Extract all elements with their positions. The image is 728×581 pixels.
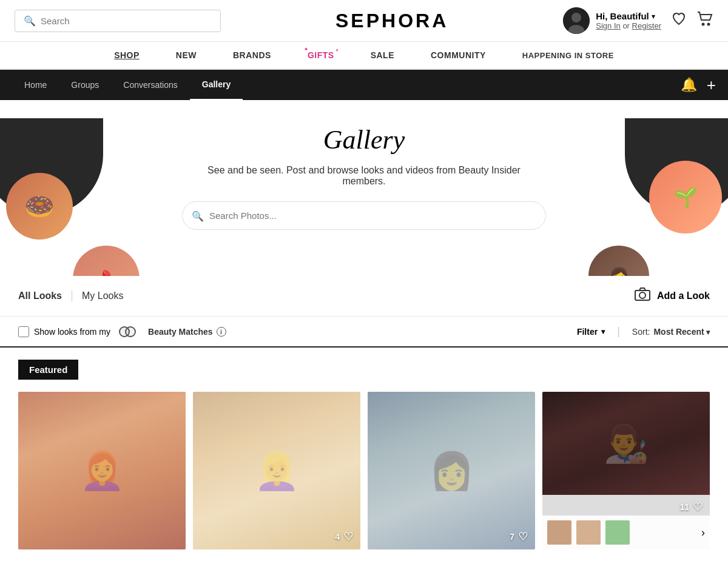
beauty-matches-icon <box>119 326 136 337</box>
nav-sale[interactable]: SALE <box>371 50 394 60</box>
gallery-hero: 🍩 💄 🌱 👩 Gallery See and be seen. Post an… <box>0 100 728 276</box>
gallery-subtitle: See and be seen. Post and browse looks a… <box>194 165 534 187</box>
comm-gallery[interactable]: Gallery <box>190 70 243 100</box>
nav-happening[interactable]: HAPPENING IN STORE <box>522 51 614 60</box>
sign-in-text: Sign In or Register <box>596 21 661 30</box>
looks-left: All Looks My Looks <box>18 290 123 302</box>
camera-icon <box>634 287 651 305</box>
add-look-label: Add a Look <box>657 290 710 301</box>
sort-value: Most Recent <box>653 327 710 337</box>
beauty-matches-info-icon[interactable]: i <box>217 327 226 337</box>
show-looks-checkbox-wrap: Show looks from my <box>18 326 110 337</box>
product-thumb <box>547 520 571 545</box>
search-box[interactable]: 🔍 <box>15 10 221 32</box>
nav-community[interactable]: COMMUNITY <box>431 50 486 60</box>
tab-divider <box>72 290 72 302</box>
heart-icon: ♡ <box>518 530 528 543</box>
sign-in-link[interactable]: Sign In <box>596 21 620 30</box>
gallery-card[interactable]: 👩‍🦰 <box>18 392 186 549</box>
top-bar: 🔍 SEPHORA Hi, Beautiful ▾ Sign In or Reg… <box>0 0 728 42</box>
gallery-grid: 👩‍🦰 👱‍♀️ 4 ♡ 👩 7 ♡ 👨‍ <box>18 392 710 549</box>
beauty-matches-label: Beauty Matches <box>148 327 213 337</box>
user-greeting: Hi, Beautiful <box>596 11 649 21</box>
sort-label: Sort: <box>632 327 650 337</box>
gallery-card[interactable]: 👩 7 ♡ <box>368 392 535 549</box>
card-products: › <box>542 516 710 549</box>
svg-point-6 <box>639 292 645 298</box>
nav-gifts[interactable]: GIFTS <box>308 50 334 60</box>
user-info: Hi, Beautiful ▾ Sign In or Register <box>596 11 661 30</box>
filter-button[interactable]: Filter <box>577 327 605 337</box>
gallery-card[interactable]: 👱‍♀️ 4 ♡ <box>193 392 360 549</box>
product-thumb <box>605 520 630 545</box>
cart-button[interactable] <box>696 11 713 30</box>
product-thumb <box>576 520 601 545</box>
beauty-matches-badge: Beauty Matches i <box>119 326 226 337</box>
card-like-count: 4 ♡ <box>335 530 353 543</box>
gallery-search-icon: 🔍 <box>192 210 204 221</box>
avatar <box>563 7 590 34</box>
filter-sort-divider: | <box>617 325 620 338</box>
nav-brands[interactable]: BRANDS <box>233 50 271 60</box>
gallery-title: Gallery <box>12 124 716 155</box>
show-looks-checkbox[interactable] <box>18 326 29 337</box>
search-input[interactable] <box>41 16 212 26</box>
products-next-button[interactable]: › <box>701 526 705 539</box>
filter-label: Filter <box>577 327 598 337</box>
filter-row: Show looks from my Beauty Matches i Filt… <box>0 317 728 348</box>
looks-tabs: All Looks My Looks Add a Look <box>0 276 728 317</box>
wishlist-button[interactable] <box>671 12 687 30</box>
heart-icon: ♡ <box>343 530 353 543</box>
svg-point-3 <box>702 24 704 25</box>
comm-home[interactable]: Home <box>12 70 59 99</box>
show-looks-label: Show looks from my <box>34 327 110 337</box>
svg-point-1 <box>571 13 581 22</box>
like-number: 11 <box>679 502 689 512</box>
community-nav: Home Groups Conversations Gallery <box>12 70 681 100</box>
register-link[interactable]: Register <box>632 21 661 30</box>
sort-button[interactable]: Sort: Most Recent <box>632 327 710 337</box>
filter-right: Filter | Sort: Most Recent <box>577 325 710 338</box>
add-look-button[interactable]: Add a Look <box>634 287 710 305</box>
community-bar-right: 🔔 + <box>681 76 716 95</box>
nav-new[interactable]: NEW <box>176 50 197 60</box>
comm-conversations[interactable]: Conversations <box>111 70 190 99</box>
svg-point-4 <box>707 24 709 25</box>
notification-bell-button[interactable]: 🔔 <box>681 77 697 93</box>
dropdown-arrow-icon: ▾ <box>652 12 655 21</box>
comm-groups[interactable]: Groups <box>59 70 111 99</box>
gallery-search-container: 🔍 <box>182 201 546 230</box>
all-looks-tab[interactable]: All Looks <box>18 290 62 301</box>
nav-shop[interactable]: SHOP <box>114 50 140 60</box>
gallery-search-input[interactable] <box>182 201 546 230</box>
like-number: 4 <box>335 532 340 542</box>
gallery-card[interactable]: 👨‍🎨 11 ♡ › <box>542 392 710 549</box>
heart-icon: ♡ <box>693 500 703 514</box>
my-looks-tab[interactable]: My Looks <box>82 290 123 301</box>
filter-left: Show looks from my Beauty Matches i <box>18 326 226 337</box>
card-like-count: 7 ♡ <box>510 530 528 543</box>
like-number: 7 <box>510 532 514 542</box>
user-area[interactable]: Hi, Beautiful ▾ Sign In or Register <box>563 7 661 34</box>
featured-badge: Featured <box>18 360 78 380</box>
main-nav: SHOP NEW BRANDS GIFTS SALE COMMUNITY HAP… <box>0 42 728 70</box>
search-icon: 🔍 <box>24 15 36 27</box>
featured-section: Featured 👩‍🦰 👱‍♀️ 4 ♡ 👩 7 ♡ <box>0 348 728 549</box>
top-right-area: Hi, Beautiful ▾ Sign In or Register <box>563 7 713 34</box>
site-logo[interactable]: SEPHORA <box>335 10 448 32</box>
add-content-button[interactable]: + <box>707 76 716 95</box>
community-bar: Home Groups Conversations Gallery 🔔 + <box>0 70 728 100</box>
